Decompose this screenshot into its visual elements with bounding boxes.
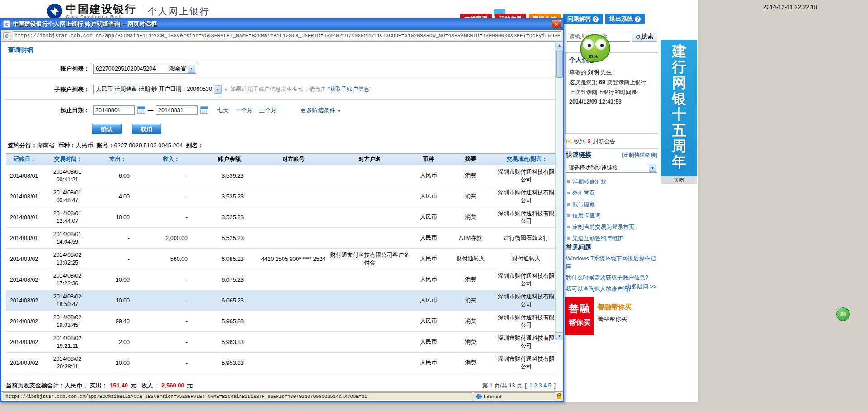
more-filters-link[interactable]: 更多筛选条件 ▼: [300, 106, 341, 114]
mascot-progress-label: 91%: [589, 54, 598, 59]
sort-down-icon: ▼: [543, 160, 546, 162]
table-row[interactable]: 2014/08/012014/08/0114:04:59-2,000.005,5…: [6, 228, 557, 249]
promo-banner[interactable]: 善融 帮你买 善融帮你买 善融帮你买: [565, 297, 658, 335]
table-row[interactable]: 2014/08/012014/08/0100:48:474.00-3,535.2…: [6, 186, 557, 207]
branch-value: 湖南省: [37, 142, 55, 149]
table-row[interactable]: 2014/08/022014/08/0219:03:4599.40-5,965.…: [6, 311, 557, 332]
sort-down-icon: ▼: [78, 160, 81, 162]
cell-date: 2014/08/01: [6, 186, 42, 207]
quicklink-item-1[interactable]: 活期转账汇款: [566, 176, 657, 188]
table-row[interactable]: 2014/08/022014/08/0219:21:112.00-5,963.8…: [6, 332, 557, 353]
chevron-down-icon[interactable]: ▼: [649, 164, 656, 172]
cell-counter-name: [328, 353, 412, 373]
table-row[interactable]: 2014/08/022014/08/0220:28:1110.00-5,953.…: [6, 353, 557, 373]
table-body: 2014/08/012014/08/0100:41:216.00-3,539.2…: [6, 165, 557, 373]
hint-arrow-icon: ▶: [225, 87, 228, 92]
dialog-titlebar[interactable]: e 中国建设银行个人网上银行-账户明细查询 -- 网页对话框 ×: [1, 18, 563, 30]
quicklinks-select[interactable]: 请选择功能快速链接 ▼: [566, 163, 657, 173]
cell-date: 2014/08/02: [6, 269, 42, 290]
close-icon[interactable]: ×: [552, 20, 561, 28]
refresh-subaccount-link[interactable]: “获取子账户信息”: [328, 85, 371, 93]
dialog-scrollbar[interactable]: ▲ ▼: [555, 42, 563, 340]
cell-counter-account: [259, 228, 328, 249]
range-link-1[interactable]: 七天: [217, 106, 229, 114]
table-row[interactable]: 2014/08/022014/08/0213:02:25-560.006,085…: [6, 249, 557, 269]
page-link-4[interactable]: 4: [543, 383, 547, 389]
search-button[interactable]: 搜索: [632, 32, 657, 42]
new-notice-link[interactable]: ✉ 收到 3 封新公告: [566, 137, 616, 146]
nav-button-4[interactable]: 问题解答?: [563, 14, 603, 24]
cell-date: 2014/08/02: [6, 290, 42, 311]
cell-out: 10.00: [93, 353, 142, 373]
cell-txn-time: 2014/08/0213:02:25: [42, 249, 93, 269]
column-header-2[interactable]: 交易时间▲▼: [42, 154, 93, 165]
calendar-icon[interactable]: [200, 106, 208, 114]
quick-range-links: 七天一个月三个月: [217, 106, 277, 114]
cell-summary: 财付通转入: [445, 249, 496, 269]
cell-counter-name: [328, 332, 412, 353]
cell-currency: 人民币: [412, 165, 445, 186]
txn-time: 14:04:59: [44, 238, 91, 246]
cell-txn-time: 2014/08/0219:21:11: [42, 332, 93, 353]
quicklink-item-5[interactable]: 定制当前交易为登录首页: [566, 222, 657, 233]
cell-balance: 3,539.23: [199, 165, 259, 186]
column-header-4[interactable]: 收入▲▼: [142, 154, 199, 165]
anniversary-banner[interactable]: 建行网银十五周年: [661, 40, 697, 176]
confirm-button[interactable]: 确认: [92, 124, 122, 134]
ccb-logo[interactable]: 中国建设银行 China Construction Bank 个人网上银行: [47, 4, 210, 19]
quicklink-item-3[interactable]: 账号隐藏: [566, 199, 657, 210]
envelope-icon: ✉: [566, 137, 572, 146]
table-row[interactable]: 2014/08/012014/08/0100:41:216.00-3,539.2…: [6, 165, 557, 186]
table-row[interactable]: 2014/08/022014/08/0217:22:3610.00-6,075.…: [6, 269, 557, 290]
page-link-5[interactable]: 5: [548, 383, 552, 389]
date-to-input[interactable]: [156, 105, 198, 115]
quicklink-item-2[interactable]: 外汇首页: [566, 188, 657, 199]
chevron-down-icon[interactable]: ▼: [188, 65, 195, 73]
date-from-input[interactable]: [93, 105, 135, 115]
chevron-down-icon[interactable]: ▼: [214, 85, 222, 94]
cell-summary: 消费: [445, 332, 496, 353]
page-link-3[interactable]: 3: [539, 383, 542, 389]
scroll-up-icon[interactable]: ▲: [556, 42, 563, 49]
notification-badge[interactable]: 28: [836, 307, 850, 321]
quicklink-item-6[interactable]: 渠道互动签约与维护: [566, 233, 657, 244]
column-header-3[interactable]: 支出▲▼: [93, 154, 142, 165]
cell-out: 4.00: [93, 186, 142, 207]
page-link-2[interactable]: 2: [534, 383, 537, 389]
cancel-button[interactable]: 取消: [132, 124, 161, 134]
page-link-1[interactable]: 1: [529, 383, 533, 389]
account-select[interactable]: 6227002951020045204 湖南省 ▼: [93, 64, 196, 74]
page-indicator: 第 1 页/共 13 页: [482, 382, 522, 390]
scrollbar-thumb[interactable]: [556, 50, 563, 78]
column-header-1[interactable]: 记账日▲▼: [6, 154, 42, 165]
scroll-down-icon[interactable]: ▼: [556, 332, 563, 340]
question-icon: ?: [635, 16, 641, 22]
cell-txn-time: 2014/08/0112:44:07: [42, 207, 93, 228]
cell-out: 99.40: [93, 311, 142, 332]
range-link-3[interactable]: 三个月: [259, 106, 277, 114]
txn-time: 13:02:25: [44, 259, 91, 267]
banner-close-button[interactable]: 关闭: [661, 176, 697, 184]
quicklink-item-4[interactable]: 信用卡查询: [566, 210, 657, 222]
portal-title: 个人网上银行: [148, 5, 210, 18]
subaccount-select[interactable]: 人民币 活期储蓄 活期 钞 开户日期：20060530 ▼: [93, 85, 222, 94]
dialog-title: 中国建设银行个人网上银行-账户明细查询 -- 网页对话框: [13, 20, 552, 28]
mascot-character[interactable]: 91%: [580, 34, 610, 62]
column-header-10[interactable]: 交易地点/附言▲▼: [496, 154, 557, 165]
customize-quicklinks-link[interactable]: [定制快速链接]: [622, 151, 657, 159]
range-link-2[interactable]: 一个月: [235, 106, 253, 114]
calendar-icon[interactable]: [137, 106, 145, 114]
transaction-table: 记账日▲▼交易时间▲▼支出▲▼收入▲▼账户余额对方账号对方户名币种摘要交易地点/…: [6, 153, 557, 373]
address-field[interactable]: https://ibsbjstar.ccb.com.cn/app/B2CMain…: [13, 31, 561, 40]
cell-place: 深圳市财付通科技有限公司: [496, 269, 557, 290]
promo-subtitle: 善融帮你买: [598, 315, 632, 323]
cell-in: -: [142, 332, 199, 353]
faq-item-1[interactable]: Windows 7系统环境下网银盾操作指南: [566, 253, 657, 272]
faq-item-2[interactable]: 我什么时候需要获取子账户信息?: [566, 272, 657, 283]
txn-time: 20:28:11: [44, 363, 91, 371]
table-row[interactable]: 2014/08/012014/08/0112:44:0710.00-3,525.…: [6, 207, 557, 228]
nav-button-5[interactable]: 退出系统?: [605, 14, 645, 24]
faq-more-link[interactable]: 更多疑问 >>: [626, 283, 656, 291]
txn-date: 2014/08/01: [44, 189, 91, 197]
table-row[interactable]: 2014/08/022014/08/0218:50:4710.00-6,065.…: [6, 290, 557, 311]
